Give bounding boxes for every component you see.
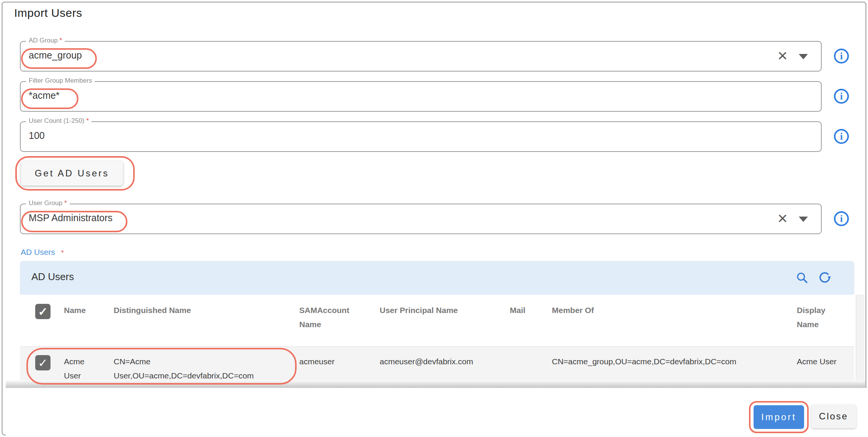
ad-group-value[interactable]: acme_group	[29, 50, 82, 61]
ad-users-table: AD Users ✓ Name Distinguished Name SAMAc…	[20, 261, 854, 386]
required-asterisk: *	[61, 249, 64, 256]
user-count-field[interactable]: User Count (1-250)* 100	[20, 121, 822, 152]
filter-group-members-field[interactable]: Filter Group Members *acme*	[20, 81, 822, 112]
import-button[interactable]: Import	[754, 405, 804, 429]
cell-display-name: Acme User	[797, 347, 854, 385]
user-group-label: User Group*	[26, 199, 70, 207]
cell-name: Acme User	[64, 347, 114, 385]
ad-users-section-label: AD Users*	[21, 248, 64, 257]
filter-label: Filter Group Members	[26, 77, 95, 85]
dialog-frame: Import Users AD Group* acme_group ✕ i Fi…	[2, 2, 866, 435]
cell-mail	[510, 347, 552, 385]
required-asterisk: *	[86, 117, 89, 124]
ad-group-label: AD Group*	[26, 37, 65, 44]
vertical-scrollbar[interactable]	[856, 295, 865, 386]
clear-icon[interactable]: ✕	[777, 211, 788, 226]
chevron-down-icon[interactable]	[799, 217, 808, 222]
horizontal-scrollbar[interactable]	[6, 380, 865, 388]
get-ad-users-button[interactable]: Get AD Users	[21, 161, 123, 186]
table-title: AD Users	[31, 271, 74, 283]
info-icon[interactable]: i	[834, 89, 849, 104]
user-count-label: User Count (1-250)*	[26, 117, 91, 125]
refresh-icon[interactable]	[818, 271, 832, 285]
user-group-field[interactable]: User Group* MSP Administrators ✕	[20, 204, 822, 234]
select-all-checkbox[interactable]: ✓	[35, 304, 51, 319]
column-header-distinguished-name: Distinguished Name	[114, 295, 299, 346]
import-users-dialog: Import Users AD Group* acme_group ✕ i Fi…	[0, 0, 868, 437]
column-header-display-name: Display Name	[797, 295, 854, 346]
table-header-row: ✓ Name Distinguished Name SAMAccount Nam…	[20, 295, 854, 346]
required-asterisk: *	[64, 199, 67, 207]
dialog-footer	[5, 388, 868, 437]
info-icon[interactable]: i	[834, 49, 849, 64]
cell-member-of: CN=acme_group,OU=acme,DC=devfabrix,DC=co…	[552, 347, 797, 385]
chevron-down-icon[interactable]	[799, 54, 808, 59]
info-icon[interactable]: i	[834, 211, 849, 226]
table-toolbar: AD Users	[20, 261, 854, 295]
filter-value[interactable]: *acme*	[29, 90, 60, 101]
user-count-value[interactable]: 100	[29, 130, 45, 141]
page-title: Import Users	[14, 7, 82, 20]
search-icon[interactable]	[795, 271, 809, 285]
clear-icon[interactable]: ✕	[777, 48, 788, 64]
column-header-user-principal-name: User Principal Name	[380, 295, 510, 346]
user-group-value[interactable]: MSP Administrators	[29, 212, 113, 223]
info-icon[interactable]: i	[834, 129, 849, 144]
required-asterisk: *	[60, 37, 62, 44]
column-header-mail: Mail	[510, 295, 552, 346]
cell-distinguished-name: CN=Acme User,OU=acme,DC=devfabrix,DC=com	[114, 347, 299, 385]
ad-group-field[interactable]: AD Group* acme_group ✕	[20, 41, 822, 72]
row-checkbox[interactable]: ✓	[35, 355, 51, 370]
close-button[interactable]: Close	[811, 404, 856, 428]
column-header-member-of: Member Of	[552, 295, 797, 346]
table-row[interactable]: ✓ Acme User CN=Acme User,OU=acme,DC=devf…	[20, 346, 854, 385]
column-header-samaccount-name: SAMAccount Name	[299, 295, 380, 346]
cell-user-principal-name: acmeuser@devfabrix.com	[380, 347, 510, 385]
cell-samaccount-name: acmeuser	[299, 347, 380, 385]
column-header-name: Name	[64, 295, 114, 346]
